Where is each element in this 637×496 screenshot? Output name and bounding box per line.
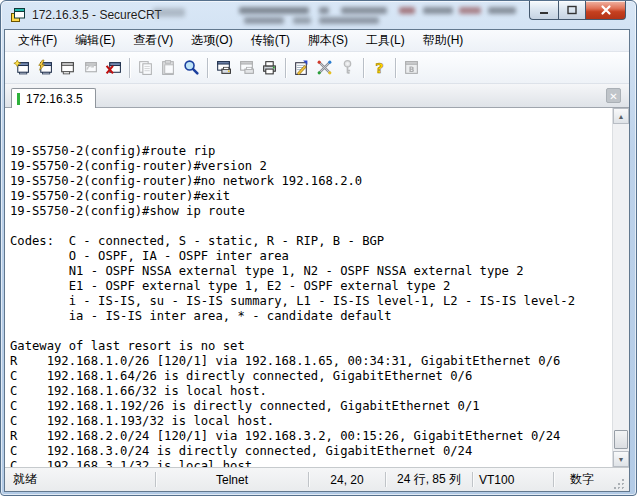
toolbar-separator	[207, 58, 208, 78]
session-options-icon[interactable]	[290, 57, 313, 79]
terminal-lines: 19-S5750-2(config)#route rip19-S5750-2(c…	[10, 144, 612, 467]
reconnect-icon[interactable]	[79, 57, 102, 79]
toolbar-separator	[363, 58, 364, 78]
num-lock-indicator: 数字	[554, 471, 610, 488]
terminal-line: 19-S5750-2(config)#show ip route	[10, 204, 612, 219]
close-button[interactable]	[586, 1, 626, 20]
svg-text:B: B	[409, 65, 415, 74]
menu-item[interactable]: 文件(F)	[9, 29, 66, 52]
print-icon[interactable]	[258, 57, 281, 79]
terminal-line: C 192.168.1.193/32 is local host.	[10, 414, 612, 429]
menu-item[interactable]: 查看(V)	[124, 29, 182, 52]
key-icon[interactable]	[336, 57, 359, 79]
connected-indicator-icon	[17, 93, 20, 105]
status-bar: 就绪 Telnet 24, 20 24 行, 85 列 VT100 数字	[5, 467, 629, 491]
window-title: 172.16.3.5 - SecureCRT	[32, 8, 162, 22]
minimize-button[interactable]	[529, 1, 558, 20]
quick-connect-icon[interactable]	[33, 57, 56, 79]
terminal-line: Gateway of last resort is no set	[10, 339, 612, 354]
terminal-line: C 192.168.1.64/26 is directly connected,…	[10, 369, 612, 384]
terminal-output[interactable]: 19-S5750-2(config)#route rip19-S5750-2(c…	[5, 108, 612, 467]
terminal-line: i - IS-IS, su - IS-IS summary, L1 - IS-I…	[10, 294, 612, 309]
terminal-line: R 192.168.2.0/24 [120/1] via 192.168.3.2…	[10, 429, 612, 444]
cursor-position-field: 24, 20	[309, 473, 385, 487]
terminal-line: Codes: C - connected, S - static, R - RI…	[10, 234, 612, 249]
terminal-line	[10, 324, 612, 339]
connect-icon[interactable]	[56, 57, 79, 79]
title-bar: 172.16.3.5 - SecureCRT	[1, 1, 636, 29]
menu-item[interactable]: 帮助(H)	[414, 29, 473, 52]
keymap-icon[interactable]	[313, 57, 336, 79]
scrollbar-track[interactable]	[613, 124, 629, 451]
terminal-line: 19-S5750-2(config)#route rip	[10, 144, 612, 159]
terminal-line: C 192.168.3.0/24 is directly connected, …	[10, 444, 612, 459]
terminal-line: 19-S5750-2(config-router)#exit	[10, 189, 612, 204]
copy-icon[interactable]	[134, 57, 157, 79]
toolbar-separator	[395, 58, 396, 78]
scrollbar-thumb[interactable]	[614, 430, 628, 449]
terminal-line: R 192.168.1.0/26 [120/1] via 192.168.1.6…	[10, 354, 612, 369]
terminal-size-field: 24 行, 85 列	[386, 471, 472, 488]
toolbar: ? B	[5, 52, 629, 84]
menu-item[interactable]: 脚本(S)	[299, 29, 357, 52]
terminal-line: C 192.168.1.66/32 is local host.	[10, 384, 612, 399]
menu-item[interactable]: 工具(L)	[357, 29, 414, 52]
terminal-line: 19-S5750-2(config-router)#version 2	[10, 159, 612, 174]
disconnect-icon[interactable]	[102, 57, 125, 79]
terminal-line	[10, 219, 612, 234]
menu-bar: 文件(F)编辑(E)查看(V)选项(O)传输(T)脚本(S)工具(L)帮助(H)	[5, 30, 629, 52]
print-preview-icon[interactable]	[212, 57, 235, 79]
terminal-line: O - OSPF, IA - OSPF inter area	[10, 249, 612, 264]
terminal-line: E1 - OSPF external type 1, E2 - OSPF ext…	[10, 279, 612, 294]
minimize-icon	[538, 4, 550, 16]
terminal-line: C 192.168.3.1/32 is local host.	[10, 459, 612, 467]
tab-close-button[interactable]: ✕	[606, 88, 621, 103]
terminal-line: N1 - OSPF NSSA external type 1, N2 - OSP…	[10, 264, 612, 279]
status-ready-text: 就绪	[13, 471, 155, 488]
toolbar-separator	[285, 58, 286, 78]
new-session-icon[interactable]	[10, 57, 33, 79]
resize-grip[interactable]	[610, 475, 626, 491]
scroll-down-arrow-icon[interactable]: ▼	[613, 451, 629, 467]
terminal-line: 19-S5750-2(config-router)#no network 192…	[10, 174, 612, 189]
menu-item[interactable]: 传输(T)	[242, 29, 299, 52]
button-bar-icon[interactable]: B	[400, 57, 423, 79]
securecrt-window: 172.16.3.5 - SecureCRT	[0, 0, 637, 496]
close-icon	[600, 4, 612, 16]
window-controls	[529, 1, 626, 20]
tab-bar: 172.16.3.5 ✕	[5, 84, 629, 108]
scroll-up-arrow-icon[interactable]: ▲	[613, 108, 629, 124]
menu-item[interactable]: 编辑(E)	[66, 29, 124, 52]
svg-text:?: ?	[375, 59, 384, 76]
menu-item[interactable]: 选项(O)	[182, 29, 241, 52]
toolbar-separator	[129, 58, 130, 78]
maximize-icon	[566, 4, 578, 16]
print-setup-icon[interactable]	[235, 57, 258, 79]
terminal-line: ia - IS-IS inter area, * - candidate def…	[10, 309, 612, 324]
session-tab[interactable]: 172.16.3.5	[11, 88, 96, 108]
find-icon[interactable]	[180, 57, 203, 79]
protocol-field: Telnet	[156, 473, 308, 487]
emulation-field: VT100	[473, 473, 553, 487]
maximize-button[interactable]	[558, 1, 586, 20]
app-icon	[10, 7, 26, 23]
tab-label: 172.16.3.5	[26, 92, 83, 106]
terminal-line: C 192.168.1.192/26 is directly connected…	[10, 399, 612, 414]
help-icon[interactable]: ?	[368, 57, 391, 79]
vertical-scrollbar[interactable]: ▲ ▼	[612, 108, 629, 467]
paste-icon[interactable]	[157, 57, 180, 79]
